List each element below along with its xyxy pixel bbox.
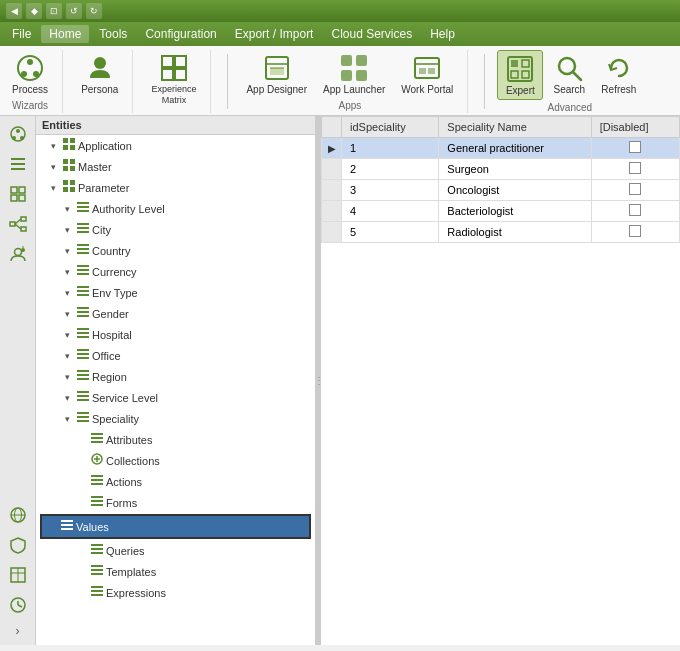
checkbox-3[interactable] xyxy=(629,183,641,195)
tree-item-queries[interactable]: ▾ Queries xyxy=(36,540,315,561)
tree-item-actions[interactable]: ▾ Actions xyxy=(36,471,315,492)
ribbon-btn-refresh[interactable]: Refresh xyxy=(595,50,642,98)
ribbon-btn-persona[interactable]: Persona xyxy=(75,50,124,98)
tree-item-authority-level[interactable]: ▾ Authority Level xyxy=(36,198,315,219)
tree-toggle-env-type[interactable]: ▾ xyxy=(60,286,74,300)
svg-rect-82 xyxy=(77,294,89,296)
tree-item-office[interactable]: ▾ Office xyxy=(36,345,315,366)
sidebar-grid-icon[interactable] xyxy=(4,180,32,208)
checkbox-4[interactable] xyxy=(629,204,641,216)
cell-disabled-2[interactable] xyxy=(591,159,679,180)
tree-item-city[interactable]: ▾ City xyxy=(36,219,315,240)
ribbon-btn-expert[interactable]: Expert xyxy=(497,50,543,100)
tree-item-forms[interactable]: ▾ Forms xyxy=(36,492,315,513)
menu-home[interactable]: Home xyxy=(41,25,89,43)
cell-id-5[interactable]: 5 xyxy=(342,222,439,243)
cell-id-3[interactable]: 3 xyxy=(342,180,439,201)
cell-name-1[interactable]: General practitioner xyxy=(439,138,591,159)
tree-item-parameter[interactable]: ▾ Parameter xyxy=(36,177,315,198)
menu-cloud-services[interactable]: Cloud Services xyxy=(323,25,420,43)
tree-toggle-parameter[interactable]: ▾ xyxy=(46,181,60,195)
tree-item-collections[interactable]: ▾ Collections xyxy=(36,450,315,471)
refresh-label: Refresh xyxy=(601,84,636,96)
currency-label: Currency xyxy=(92,266,137,278)
svg-rect-64 xyxy=(63,180,68,185)
col-header-speciality-name[interactable]: Speciality Name xyxy=(439,117,591,138)
cell-disabled-1[interactable] xyxy=(591,138,679,159)
ribbon-btn-app-launcher[interactable]: App Launcher xyxy=(317,50,391,98)
tree-item-country[interactable]: ▾ Country xyxy=(36,240,315,261)
table-row[interactable]: 4 Bacteriologist xyxy=(322,201,680,222)
sidebar-security-icon[interactable] xyxy=(4,531,32,559)
cell-id-4[interactable]: 4 xyxy=(342,201,439,222)
tree-item-region[interactable]: ▾ Region xyxy=(36,366,315,387)
menu-export-import[interactable]: Export / Import xyxy=(227,25,322,43)
tree-item-hospital[interactable]: ▾ Hospital xyxy=(36,324,315,345)
tree-item-speciality[interactable]: ▾ Speciality xyxy=(36,408,315,429)
tree-item-currency[interactable]: ▾ Currency xyxy=(36,261,315,282)
cell-disabled-3[interactable] xyxy=(591,180,679,201)
tree-item-master[interactable]: ▾ Master xyxy=(36,156,315,177)
tree-item-attributes[interactable]: ▾ Attributes xyxy=(36,429,315,450)
sidebar-user-config-icon[interactable] xyxy=(4,240,32,268)
svg-rect-107 xyxy=(91,475,103,477)
checkbox-1[interactable] xyxy=(629,141,641,153)
tree-item-env-type[interactable]: ▾ Env Type xyxy=(36,282,315,303)
tree-toggle-city[interactable]: ▾ xyxy=(60,223,74,237)
tree-toggle-service-level[interactable]: ▾ xyxy=(60,391,74,405)
cell-id-1[interactable]: 1 xyxy=(342,138,439,159)
tree-item-service-level[interactable]: ▾ Service Level xyxy=(36,387,315,408)
tree-toggle-authority[interactable]: ▾ xyxy=(60,202,74,216)
sidebar-table-icon[interactable] xyxy=(4,561,32,589)
cell-disabled-5[interactable] xyxy=(591,222,679,243)
table-row[interactable]: 2 Surgeon xyxy=(322,159,680,180)
tree-item-values[interactable]: ▾ Values xyxy=(42,516,309,537)
tree-item-expressions[interactable]: ▾ Expressions xyxy=(36,582,315,603)
cell-name-4[interactable]: Bacteriologist xyxy=(439,201,591,222)
table-row[interactable]: 3 Oncologist xyxy=(322,180,680,201)
tree-item-templates[interactable]: ▾ Templates xyxy=(36,561,315,582)
tree-toggle-region[interactable]: ▾ xyxy=(60,370,74,384)
menu-tools[interactable]: Tools xyxy=(91,25,135,43)
svg-rect-63 xyxy=(70,166,75,171)
cell-name-3[interactable]: Oncologist xyxy=(439,180,591,201)
col-header-disabled[interactable]: [Disabled] xyxy=(591,117,679,138)
tree-toggle-office[interactable]: ▾ xyxy=(60,349,74,363)
ribbon-btn-app-designer[interactable]: App Designer xyxy=(240,50,313,98)
tree-toggle-speciality[interactable]: ▾ xyxy=(60,412,74,426)
checkbox-5[interactable] xyxy=(629,225,641,237)
sidebar-clock-icon[interactable] xyxy=(4,591,32,619)
col-header-id-speciality[interactable]: idSpeciality xyxy=(342,117,439,138)
ribbon-btn-process[interactable]: Process xyxy=(6,50,54,98)
sidebar-globe-icon[interactable] xyxy=(4,501,32,529)
cell-disabled-4[interactable] xyxy=(591,201,679,222)
tree-item-application[interactable]: ▾ Application xyxy=(36,135,315,156)
tree-toggle-currency[interactable]: ▾ xyxy=(60,265,74,279)
ribbon-btn-work-portal[interactable]: Work Portal xyxy=(395,50,459,98)
tree-item-gender[interactable]: ▾ Gender xyxy=(36,303,315,324)
table-row[interactable]: 5 Radiologist xyxy=(322,222,680,243)
svg-rect-73 xyxy=(77,231,89,233)
ribbon-btn-exp-matrix[interactable]: ExperienceMatrix xyxy=(145,50,202,108)
table-row[interactable]: ▶ 1 General practitioner xyxy=(322,138,680,159)
tree-toggle-master[interactable]: ▾ xyxy=(46,160,60,174)
menu-configuration[interactable]: Configuration xyxy=(137,25,224,43)
tree-toggle-hospital[interactable]: ▾ xyxy=(60,328,74,342)
menu-file[interactable]: File xyxy=(4,25,39,43)
checkbox-2[interactable] xyxy=(629,162,641,174)
cell-name-5[interactable]: Radiologist xyxy=(439,222,591,243)
svg-rect-92 xyxy=(77,370,89,372)
tree-toggle-application[interactable]: ▾ xyxy=(46,139,60,153)
sidebar-expand-arrow[interactable]: › xyxy=(4,621,32,641)
cell-name-2[interactable]: Surgeon xyxy=(439,159,591,180)
sidebar-entity-icon[interactable] xyxy=(4,120,32,148)
cell-id-2[interactable]: 2 xyxy=(342,159,439,180)
svg-rect-124 xyxy=(91,594,103,596)
svg-rect-56 xyxy=(63,138,68,143)
tree-toggle-country[interactable]: ▾ xyxy=(60,244,74,258)
ribbon-btn-search[interactable]: Search xyxy=(547,50,591,98)
sidebar-list-icon[interactable] xyxy=(4,150,32,178)
tree-toggle-gender[interactable]: ▾ xyxy=(60,307,74,321)
menu-help[interactable]: Help xyxy=(422,25,463,43)
sidebar-flow-icon[interactable] xyxy=(4,210,32,238)
